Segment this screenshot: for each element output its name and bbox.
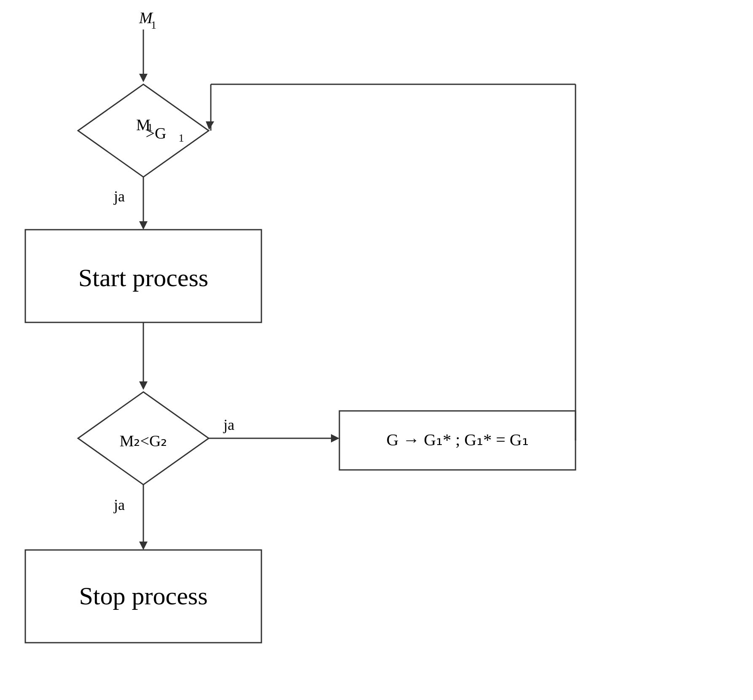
arrow-d2-to-p2 [331, 434, 339, 443]
ja1-label: ja [113, 188, 125, 205]
process1-label: Start process [78, 264, 208, 292]
arrow-d1-to-p1 [139, 221, 148, 230]
arrow-p1-to-d2 [139, 381, 148, 390]
arrow-feedback-to-d1 [206, 121, 214, 130]
flowchart: M 1 M 1 >G 1 ja Start process M₂<G₂ ja [0, 0, 753, 700]
decision1-condition: >G [146, 124, 167, 142]
m1-subscript: 1 [151, 19, 156, 31]
arrow-d2-to-p3 [139, 542, 148, 550]
process3-label: Stop process [79, 582, 208, 610]
decision1-g-subscript: 1 [179, 132, 184, 144]
arrow-m1-to-d1 [139, 74, 148, 82]
decision2-label: M₂<G₂ [120, 432, 167, 450]
process2-label: G → G₁* ; G₁* = G₁ [386, 430, 528, 449]
ja3-label: ja [113, 496, 125, 513]
ja2-label: ja [223, 416, 234, 433]
